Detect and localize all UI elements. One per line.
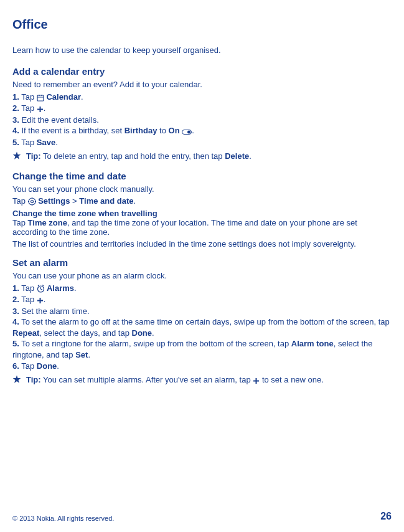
step-num: 6. bbox=[12, 361, 19, 371]
step-text: . bbox=[88, 350, 90, 359]
step-bold: Repeat bbox=[12, 328, 39, 338]
section-heading: Set an alarm bbox=[12, 257, 392, 268]
step-4: 4. If the event is a birthday, set Birth… bbox=[12, 125, 392, 136]
note-text: The list of countries and territories in… bbox=[12, 239, 392, 249]
sub-text: Tap Time zone, and tap the time zone of … bbox=[12, 218, 392, 237]
sub-bold: Time zone bbox=[28, 218, 67, 227]
step-text: . bbox=[57, 361, 59, 371]
nav-bold: Settings bbox=[36, 196, 70, 206]
step-num: 2. bbox=[12, 295, 19, 304]
step-text: To set the alarm to go off at the same t… bbox=[19, 317, 390, 326]
plus-icon bbox=[253, 376, 260, 385]
svg-rect-0 bbox=[37, 95, 44, 101]
step-text: to bbox=[157, 126, 168, 135]
step-bold: Alarm tone bbox=[291, 339, 334, 348]
step-text: Tap bbox=[19, 92, 37, 102]
tip-row: Tip: You can set multiple alarms. After … bbox=[12, 375, 392, 385]
step-text: Set the alarm time. bbox=[19, 306, 90, 316]
step-num: 3. bbox=[12, 115, 19, 125]
star-icon bbox=[12, 151, 26, 161]
svg-line-18 bbox=[38, 285, 39, 286]
step-num: 3. bbox=[12, 306, 19, 316]
step-num: 2. bbox=[12, 103, 19, 113]
step-text: Tap bbox=[19, 361, 37, 371]
plus-icon bbox=[37, 295, 44, 306]
step-bold: Calendar bbox=[44, 92, 81, 102]
section-desc: You can set your phone clock manually. bbox=[12, 184, 392, 194]
nav-text: Tap bbox=[12, 196, 28, 206]
section-heading: Add a calendar entry bbox=[12, 66, 392, 77]
nav-text: > bbox=[70, 196, 79, 206]
tip-body: to set a new one. bbox=[260, 375, 324, 384]
svg-line-17 bbox=[40, 289, 42, 290]
step-6: 6. Tap Done. bbox=[12, 361, 392, 372]
step-text: . bbox=[81, 92, 83, 102]
step-text: If the event is a birthday, set bbox=[19, 126, 124, 135]
section-add-calendar: Add a calendar entry Need to remember an… bbox=[12, 66, 392, 161]
step-num: 5. bbox=[12, 138, 19, 147]
step-text: Edit the event details. bbox=[19, 115, 99, 125]
svg-point-9 bbox=[29, 198, 35, 205]
sub-text: Tap bbox=[12, 218, 28, 227]
copyright-text: © 2013 Nokia. All rights reserved. bbox=[12, 515, 114, 522]
svg-marker-22 bbox=[13, 376, 21, 383]
step-num: 4. bbox=[12, 317, 19, 326]
step-bold: Alarms bbox=[45, 283, 74, 293]
page-title: Office bbox=[12, 17, 392, 32]
step-bold: Done bbox=[37, 361, 57, 371]
tip-label: Tip: bbox=[26, 375, 41, 384]
toggle-on-icon bbox=[182, 126, 192, 137]
step-num: 1. bbox=[12, 92, 19, 102]
svg-point-10 bbox=[31, 201, 33, 203]
step-bold: Save bbox=[37, 138, 55, 147]
step-text: Tap bbox=[19, 295, 37, 304]
page-footer: © 2013 Nokia. All rights reserved. 26 bbox=[12, 511, 392, 522]
tip-body: . bbox=[249, 151, 251, 161]
section-change-time: Change the time and date You can set you… bbox=[12, 171, 392, 249]
steps-list: 1. Tap Calendar. 2. Tap . 3. Edit the ev… bbox=[12, 92, 392, 148]
section-heading: Change the time and date bbox=[12, 171, 392, 181]
step-bold: Birthday bbox=[124, 126, 157, 135]
svg-point-7 bbox=[187, 130, 190, 133]
section-desc: Need to remember an event? Add it to you… bbox=[12, 80, 392, 89]
step-num: 4. bbox=[12, 126, 19, 135]
settings-icon bbox=[28, 197, 36, 206]
step-text: Tap bbox=[19, 138, 37, 147]
step-2: 2. Tap . bbox=[12, 103, 392, 114]
step-text: . bbox=[44, 295, 46, 304]
tip-bold: Delete bbox=[225, 151, 249, 161]
section-desc: You can use your phone as an alarm clock… bbox=[12, 271, 392, 280]
tip-body: To delete an entry, tap and hold the ent… bbox=[41, 151, 225, 161]
alarm-icon bbox=[37, 283, 45, 295]
step-5: 5. To set a ringtone for the alarm, swip… bbox=[12, 338, 392, 360]
step-num: 5. bbox=[12, 339, 19, 348]
step-text: . bbox=[152, 328, 154, 338]
step-3: 3. Edit the event details. bbox=[12, 115, 392, 126]
nav-instruction: Tap Settings > Time and date. bbox=[12, 196, 392, 206]
step-text: To set a ringtone for the alarm, swipe u… bbox=[19, 339, 291, 348]
intro-text: Learn how to use the calendar to keep yo… bbox=[12, 45, 392, 55]
step-bold: Done bbox=[132, 328, 153, 338]
step-text: . bbox=[192, 126, 194, 135]
step-bold: On bbox=[169, 126, 180, 135]
step-text: Tap bbox=[19, 283, 37, 293]
svg-marker-8 bbox=[13, 152, 21, 159]
page-number: 26 bbox=[380, 511, 392, 522]
star-icon bbox=[12, 375, 26, 384]
step-text: , select the days, and tap bbox=[39, 328, 131, 338]
plus-icon bbox=[37, 103, 44, 115]
step-2: 2. Tap . bbox=[12, 294, 392, 305]
calendar-icon bbox=[37, 92, 44, 103]
section-set-alarm: Set an alarm You can use your phone as a… bbox=[12, 257, 392, 385]
step-text: . bbox=[55, 138, 58, 147]
step-text: . bbox=[74, 283, 77, 293]
step-3: 3. Set the alarm time. bbox=[12, 306, 392, 317]
step-bold: Set bbox=[75, 350, 88, 359]
step-text: . bbox=[44, 103, 46, 113]
steps-list: 1. Tap Alarms. 2. Tap . 3. Set the alarm… bbox=[12, 283, 392, 371]
step-text: Tap bbox=[19, 103, 37, 113]
tip-text: Tip: To delete an entry, tap and hold th… bbox=[26, 151, 392, 161]
tip-text: Tip: You can set multiple alarms. After … bbox=[26, 375, 392, 385]
nav-text: . bbox=[134, 196, 136, 206]
sub-heading: Change the time zone when travelling bbox=[12, 209, 392, 218]
